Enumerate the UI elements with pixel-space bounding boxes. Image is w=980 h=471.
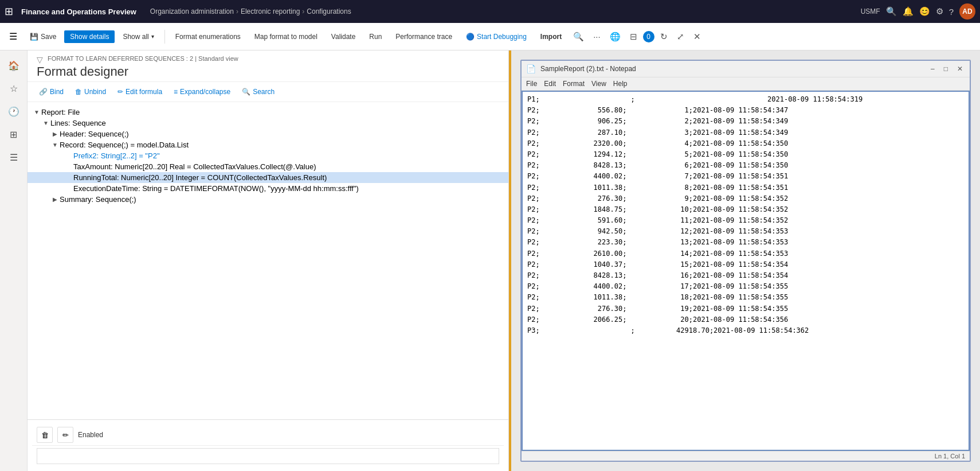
notepad-line: P2; 2320.00; 4;2021-08-09 11:58:54:350 bbox=[527, 138, 964, 149]
grid-side-icon[interactable]: ⊞ bbox=[3, 124, 24, 145]
notepad-line: P2; 287.10; 3;2021-08-09 11:58:54:349 bbox=[527, 127, 964, 138]
list-icon[interactable]: ☰ bbox=[3, 147, 24, 168]
clock-icon[interactable]: 🕐 bbox=[3, 101, 24, 122]
close-button[interactable]: ✕ bbox=[955, 65, 965, 73]
tree-arrow-lines: ▼ bbox=[41, 120, 50, 126]
bind-button[interactable]: 🔗 Bind bbox=[37, 87, 66, 97]
tree-arrow-report: ▼ bbox=[32, 109, 41, 115]
start-debugging-button[interactable]: 🔵 Start Debugging bbox=[460, 30, 532, 43]
import-button[interactable]: Import bbox=[535, 30, 567, 43]
pencil-icon: ✏ bbox=[117, 88, 123, 96]
edit-icon: ✏ bbox=[62, 431, 69, 439]
notepad-line: P1; ; 2021-08-09 11:58:54:319 bbox=[527, 94, 964, 105]
notepad-line: P2; 591.60; 11;2021-08-09 11:58:54:352 bbox=[527, 215, 964, 226]
bottom-toolbar: 🗑 ✏ Enabled bbox=[32, 425, 504, 446]
breadcrumb-item-3[interactable]: Configurations bbox=[307, 7, 351, 15]
tree-row[interactable]: Prefix2: String[2..2] = "P2" bbox=[28, 150, 508, 161]
menu-edit[interactable]: Edit bbox=[544, 80, 556, 88]
search-icon-action: 🔍 bbox=[242, 88, 250, 96]
tree-row[interactable]: ▼ Report: File bbox=[28, 107, 508, 118]
breadcrumb: Organization administration › Electronic… bbox=[150, 7, 856, 15]
tree-arrow-summary: ▶ bbox=[50, 196, 60, 203]
tree-row[interactable]: ▼ Lines: Sequence bbox=[28, 118, 508, 129]
edit-button[interactable]: ✏ bbox=[57, 427, 73, 443]
unbind-button[interactable]: 🗑 Unbind bbox=[73, 87, 108, 97]
notepad-line: P2; 276.30; 19;2021-08-09 11:58:54:355 bbox=[527, 303, 964, 314]
notepad-window: 📄 SampleReport (2).txt - Notepad – □ ✕ F… bbox=[520, 60, 971, 462]
delete-button[interactable]: 🗑 bbox=[37, 427, 53, 443]
tree-row[interactable]: ▶ Summary: Sequence(;) bbox=[28, 194, 508, 205]
toolbar-expand-icon[interactable]: ⤢ bbox=[673, 29, 688, 44]
tree-row[interactable]: ExecutionDateTime: String = DATETIMEFORM… bbox=[28, 183, 508, 194]
page-title: Format designer bbox=[37, 64, 499, 79]
filter-icon[interactable]: ▽ bbox=[37, 55, 43, 64]
breadcrumb-item-2[interactable]: Electronic reporting bbox=[241, 7, 300, 15]
menu-file[interactable]: File bbox=[526, 80, 537, 88]
tree-row-running-total[interactable]: RunningTotal: Numeric[20..20] Integer = … bbox=[28, 172, 508, 183]
toolbar-search-icon[interactable]: 🔍 bbox=[570, 29, 587, 44]
edit-formula-button[interactable]: ✏ Edit formula bbox=[115, 87, 164, 97]
restore-button[interactable]: □ bbox=[942, 65, 950, 73]
tree-row[interactable]: ▼ Record: Sequence(;) = model.Data.List bbox=[28, 139, 508, 150]
notepad-line: P2; 1011.38; 18;2021-08-09 11:58:54:355 bbox=[527, 292, 964, 303]
grid-icon[interactable]: ⊞ bbox=[5, 5, 13, 18]
toolbar-close-icon[interactable]: ✕ bbox=[690, 29, 704, 44]
toolbar-badge-icon[interactable]: 0 bbox=[643, 31, 654, 42]
save-button[interactable]: 💾 Save bbox=[24, 30, 62, 43]
validate-button[interactable]: Validate bbox=[326, 30, 361, 43]
smile-icon[interactable]: 😊 bbox=[919, 6, 930, 17]
toolbar: ☰ 💾 Save Show details Show all ▾ Format … bbox=[0, 23, 980, 50]
top-navbar: ⊞ Finance and Operations Preview Organiz… bbox=[0, 0, 980, 23]
tree-area[interactable]: ▼ Report: File ▼ Lines: Sequence ▶ Heade… bbox=[28, 102, 508, 419]
minimize-button[interactable]: – bbox=[928, 65, 937, 73]
tree-row[interactable]: ▶ Header: Sequence(;) bbox=[28, 129, 508, 139]
main-content: 🏠 ☆ 🕐 ⊞ ☰ ▽ FORMAT TO LEARN DEFERRED SEQ… bbox=[0, 50, 980, 471]
tree-arrow-header: ▶ bbox=[50, 131, 60, 137]
toolbar-globe-icon[interactable]: 🌐 bbox=[606, 29, 624, 44]
hamburger-icon[interactable]: ☰ bbox=[5, 29, 22, 44]
star-icon[interactable]: ☆ bbox=[3, 78, 24, 99]
notepad-line: P2; 1848.75; 10;2021-08-09 11:58:54:352 bbox=[527, 204, 964, 215]
search-icon[interactable]: 🔍 bbox=[886, 6, 897, 17]
link-icon: 🔗 bbox=[39, 88, 48, 96]
show-details-button[interactable]: Show details bbox=[64, 30, 115, 43]
home-icon[interactable]: 🏠 bbox=[3, 55, 24, 76]
enabled-label: Enabled bbox=[78, 431, 103, 439]
notepad-content[interactable]: P1; ; 2021-08-09 11:58:54:319P2; 556.80;… bbox=[522, 91, 970, 451]
map-format-button[interactable]: Map format to model bbox=[249, 30, 323, 43]
top-bar-actions: USMF 🔍 🔔 😊 ⚙ ? AD bbox=[861, 3, 975, 20]
delete-icon: 🗑 bbox=[41, 431, 49, 439]
toolbar-columns-icon[interactable]: ⊟ bbox=[626, 29, 641, 44]
toolbar-more-icon[interactable]: ··· bbox=[590, 29, 604, 44]
breadcrumb-item-1[interactable]: Organization administration bbox=[150, 7, 234, 15]
menu-help[interactable]: Help bbox=[613, 80, 628, 88]
left-panel: ▽ FORMAT TO LEARN DEFERRED SEQUENCES : 2… bbox=[28, 50, 509, 471]
performance-trace-button[interactable]: Performance trace bbox=[390, 30, 458, 43]
expand-collapse-button[interactable]: ≡ Expand/collapse bbox=[171, 87, 233, 97]
notepad-line: P2; 2610.00; 14;2021-08-09 11:58:54:353 bbox=[527, 248, 964, 259]
run-button[interactable]: Run bbox=[363, 30, 387, 43]
toolbar-refresh-icon[interactable]: ↻ bbox=[657, 29, 671, 44]
notepad-titlebar: 📄 SampleReport (2).txt - Notepad – □ ✕ bbox=[522, 61, 970, 77]
panel-header: ▽ FORMAT TO LEARN DEFERRED SEQUENCES : 2… bbox=[28, 50, 508, 82]
menu-view[interactable]: View bbox=[591, 80, 606, 88]
notepad-line: P2; 942.50; 12;2021-08-09 11:58:54:353 bbox=[527, 226, 964, 237]
notepad-line: P2; 1294.12; 5;2021-08-09 11:58:54:350 bbox=[527, 149, 964, 160]
help-icon[interactable]: ? bbox=[949, 7, 954, 17]
notepad-line: P2; 4400.02; 7;2021-08-09 11:58:54:351 bbox=[527, 171, 964, 182]
enabled-input[interactable] bbox=[37, 448, 499, 464]
tree-row[interactable]: TaxAmount: Numeric[20..20] Real = Collec… bbox=[28, 161, 508, 172]
avatar[interactable]: AD bbox=[959, 3, 975, 20]
separator-1 bbox=[164, 30, 165, 44]
search-button[interactable]: 🔍 Search bbox=[240, 87, 277, 97]
notepad-line: P2; 906.25; 2;2021-08-09 11:58:54:349 bbox=[527, 116, 964, 127]
notepad-line: P3; ; 42918.70;2021-08-09 11:58:54:362 bbox=[527, 325, 964, 336]
menu-format[interactable]: Format bbox=[563, 80, 585, 88]
format-enumerations-button[interactable]: Format enumerations bbox=[170, 30, 246, 43]
show-all-button[interactable]: Show all ▾ bbox=[117, 30, 159, 43]
bell-icon[interactable]: 🔔 bbox=[903, 6, 914, 17]
notepad-menu: File Edit Format View Help bbox=[522, 77, 970, 91]
settings-icon[interactable]: ⚙ bbox=[936, 6, 943, 17]
side-navigation: 🏠 ☆ 🕐 ⊞ ☰ bbox=[0, 50, 28, 471]
notepad-line: P2; 8428.13; 16;2021-08-09 11:58:54:354 bbox=[527, 270, 964, 281]
